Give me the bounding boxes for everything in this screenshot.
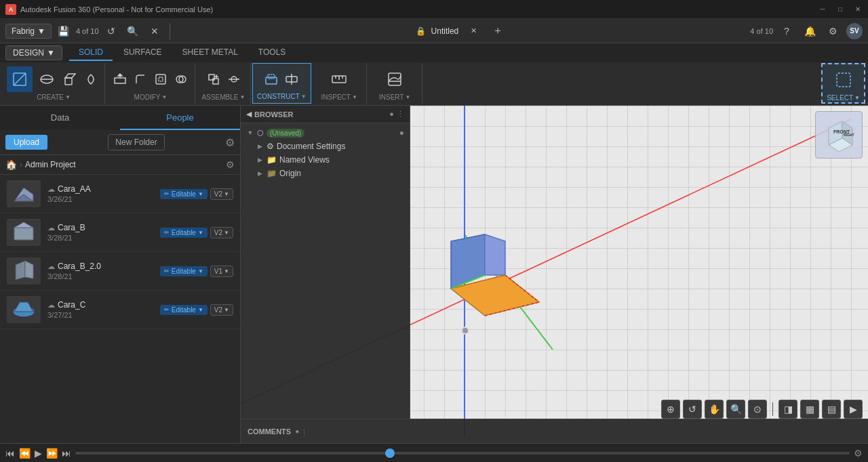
tree-doc-settings[interactable]: ▶ ⚙ Document Settings [241,140,410,153]
tab-sheet-metal[interactable]: SHEET METAL [173,45,248,61]
viewport[interactable]: ◀ BROWSER ● ⋮ ▼ ⬡ (Unsaved) ● ▶ ⚙ [241,106,868,443]
tree-origin-label: Origin [279,169,301,178]
modify-fillet[interactable] [131,70,150,89]
construct-offset-plane[interactable] [262,70,281,89]
editable-badge-3[interactable]: ✏ Editable ▼ [160,305,208,315]
editable-badge-1[interactable]: ✏ Editable ▼ [160,228,208,238]
close-button[interactable]: ✕ [853,5,863,14]
fit-view-button[interactable]: ⊕ [661,400,680,419]
minimize-button[interactable]: ─ [818,5,827,14]
svg-rect-6 [115,78,125,83]
user-avatar[interactable]: SV [846,23,863,39]
help-button[interactable]: ? [777,22,796,41]
panel-settings-icon[interactable]: ⚙ [225,136,235,149]
editable-dropdown-3[interactable]: ▼ [198,307,203,313]
file-actions-3: ✏ Editable ▼ V2 ▼ [160,304,233,316]
file-item-3[interactable]: ☁ Cara_C 3/27/21 ✏ Editable ▼ V2 ▼ [0,291,240,329]
timeline-end-button[interactable]: ⏭ [62,448,71,459]
new-folder-button[interactable]: New Folder [108,134,164,150]
breadcrumb-settings-icon[interactable]: ⚙ [226,159,235,170]
tree-origin[interactable]: ▶ 📁 Origin [241,167,410,180]
assemble-new-component[interactable] [204,70,223,89]
create-revolve-button[interactable] [81,70,100,89]
file-item-1[interactable]: ☁ Cara_B 3/28/21 ✏ Editable ▼ V2 ▼ [0,213,240,252]
close-tab-button[interactable]: ✕ [464,22,483,41]
search-button[interactable]: 🔍 [123,22,142,41]
tab-surface[interactable]: SURFACE [114,45,172,61]
timeline-prev-button[interactable]: ⏪ [19,448,31,459]
close-doc-button[interactable]: ✕ [145,22,164,41]
create-extrude-button[interactable] [61,70,80,89]
modify-combine[interactable] [172,70,191,89]
tree-root[interactable]: ▼ ⬡ (Unsaved) ● [241,126,410,140]
tab-tools[interactable]: TOOLS [249,45,295,61]
file-thumb-1 [7,219,41,246]
version-badge-2[interactable]: V1 ▼ [210,266,233,277]
display-mode-button[interactable]: ◨ [778,400,797,419]
version-badge-0[interactable]: V2 ▼ [210,188,233,200]
more-button[interactable]: ▶ [844,400,863,419]
notification-button[interactable]: 🔔 [800,22,819,41]
add-tab-button[interactable]: ＋ [488,22,507,41]
timeline-settings-icon[interactable]: ⚙ [854,448,863,459]
file-item-0[interactable]: ☁ Cara_AA 3/26/21 ✏ Editable ▼ V2 ▼ [0,175,240,213]
nav-cube[interactable]: FRONT RIGHT [815,111,863,159]
pan-button[interactable]: ✋ [705,400,724,419]
file-info-0: ☁ Cara_AA 3/26/21 [47,184,153,203]
editable-badge-2[interactable]: ✏ Editable ▼ [160,266,208,276]
assemble-joint[interactable] [224,70,243,89]
doc-tab-title: Untitled [431,26,459,36]
timeline-thumb[interactable] [385,448,395,458]
orbit-button[interactable]: ↺ [683,400,702,419]
svg-rect-4 [65,78,72,85]
version-dropdown-1: ▼ [224,230,229,236]
browser-expand-icon[interactable]: ⋮ [397,110,404,119]
timeline-next-button[interactable]: ⏩ [46,448,58,459]
tree-doc-settings-icon: ⚙ [267,142,274,151]
inspect-dropdown-icon: ▼ [352,94,357,100]
settings-button[interactable]: ⚙ [823,22,842,41]
design-mode-button[interactable]: DESIGN ▼ [5,45,62,60]
file-info-3: ☁ Cara_C 3/27/21 [47,300,153,319]
refresh-button[interactable]: ↺ [102,22,121,41]
timeline-play-button[interactable]: ▶ [35,448,42,459]
grid-snap-button[interactable]: ▤ [822,400,841,419]
file-item-2[interactable]: ☁ Cara_B_2.0 3/28/21 ✏ Editable ▼ V1 ▼ [0,252,240,291]
browser-collapse-icon[interactable]: ◀ [246,110,252,119]
tab-solid[interactable]: SOLID [69,45,113,61]
timeline-start-button[interactable]: ⏮ [5,448,15,459]
editable-dropdown-0[interactable]: ▼ [198,191,203,197]
file-list: ☁ Cara_AA 3/26/21 ✏ Editable ▼ V2 ▼ [0,175,240,443]
tab-people[interactable]: People [120,106,240,130]
version-badge-1[interactable]: V2 ▼ [210,227,233,238]
modify-shell[interactable] [151,70,170,89]
zoom-button[interactable]: 🔍 [726,400,745,419]
save-to-cloud-button[interactable]: 💾 [54,22,73,41]
insert-svg[interactable] [382,66,408,92]
fabrik-menu-button[interactable]: Fabrig ▼ [5,24,52,39]
version-dropdown-2: ▼ [224,268,229,274]
zoom-fit-button[interactable]: ⊙ [748,400,767,419]
create-sketch-button[interactable] [7,66,33,92]
svg-rect-29 [837,73,850,87]
tab-data[interactable]: Data [0,106,120,130]
editable-dropdown-2[interactable]: ▼ [198,268,203,274]
editable-badge-0[interactable]: ✏ Editable ▼ [160,189,208,199]
select-label: SELECT ▼ [827,94,860,102]
cloud-icon-3: ☁ [47,301,55,310]
autodesk-icon: A [5,4,16,15]
editable-dropdown-1[interactable]: ▼ [198,230,203,236]
modify-press-pull[interactable] [111,70,130,89]
create-form-button[interactable] [34,66,60,92]
maximize-button[interactable]: □ [835,5,845,14]
construct-midplane[interactable] [282,70,301,89]
timeline-slider[interactable] [75,452,850,455]
select-button[interactable] [831,67,856,93]
upload-button[interactable]: Upload [5,135,47,150]
breadcrumb-home-icon[interactable]: 🏠 [5,159,17,170]
grid-button[interactable]: ▦ [800,400,819,419]
inspect-measure[interactable] [326,66,352,92]
tree-named-views[interactable]: ▶ 📁 Named Views [241,153,410,167]
vp-sep1 [772,402,773,416]
version-badge-3[interactable]: V2 ▼ [210,304,233,316]
